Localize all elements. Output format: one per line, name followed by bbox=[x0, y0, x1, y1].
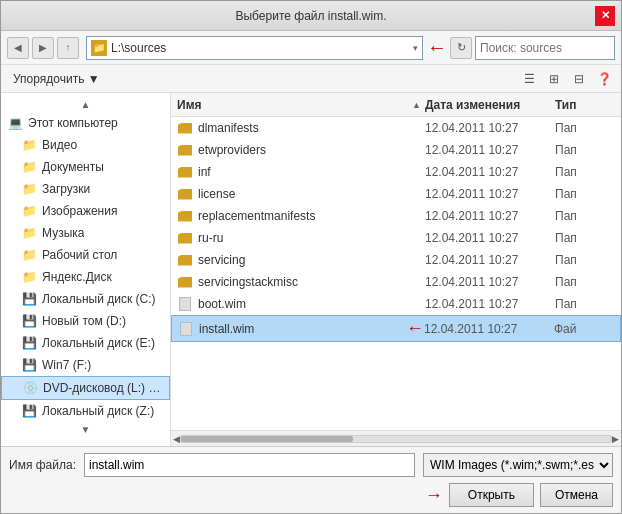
file-type: Пап bbox=[555, 187, 615, 201]
filename-input[interactable] bbox=[84, 453, 415, 477]
filename-label: Имя файла: bbox=[9, 458, 76, 472]
install-wim-arrow-indicator: ← bbox=[406, 318, 424, 339]
sidebar-scroll-up[interactable]: ▲ bbox=[1, 97, 170, 112]
drive-icon-f: 💾 bbox=[21, 357, 37, 373]
sidebar-item-downloads[interactable]: 📁 Загрузки bbox=[1, 178, 170, 200]
file-type: Пап bbox=[555, 275, 615, 289]
file-date: 12.04.2011 10:27 bbox=[424, 322, 554, 336]
file-type: Пап bbox=[555, 297, 615, 311]
search-box[interactable]: 🔍 bbox=[475, 36, 615, 60]
view-icons: ☰ ⊞ ⊟ ❓ bbox=[518, 68, 615, 90]
table-row[interactable]: servicingstackmisc 12.04.2011 10:27 Пап bbox=[171, 271, 621, 293]
file-name: etwproviders bbox=[198, 143, 425, 157]
folder-icon-desktop: 📁 bbox=[21, 247, 37, 263]
main-content: ▲ 💻 Этот компьютер 📁 Видео 📁 Документы 📁… bbox=[1, 93, 621, 446]
file-date: 12.04.2011 10:27 bbox=[425, 275, 555, 289]
address-dropdown-arrow[interactable]: ▾ bbox=[413, 43, 418, 53]
file-name: dlmanifests bbox=[198, 121, 425, 135]
refresh-button[interactable]: ↻ bbox=[450, 37, 472, 59]
folder-icon bbox=[177, 164, 193, 180]
forward-button[interactable]: ▶ bbox=[32, 37, 54, 59]
file-date: 12.04.2011 10:27 bbox=[425, 297, 555, 311]
close-button[interactable]: ✕ bbox=[595, 6, 615, 26]
back-button[interactable]: ◀ bbox=[7, 37, 29, 59]
sidebar-label-yandex: Яндекс.Диск bbox=[42, 270, 112, 284]
horizontal-scrollbar[interactable]: ◀ ▶ bbox=[171, 430, 621, 446]
sidebar-item-images[interactable]: 📁 Изображения bbox=[1, 200, 170, 222]
view-details-button[interactable]: ☰ bbox=[518, 68, 540, 90]
folder-icon-documents: 📁 bbox=[21, 159, 37, 175]
drive-icon-e: 💾 bbox=[21, 335, 37, 351]
table-row[interactable]: inf 12.04.2011 10:27 Пап bbox=[171, 161, 621, 183]
folder-icon-music: 📁 bbox=[21, 225, 37, 241]
table-row[interactable]: etwproviders 12.04.2011 10:27 Пап bbox=[171, 139, 621, 161]
table-row[interactable]: replacementmanifests 12.04.2011 10:27 Па… bbox=[171, 205, 621, 227]
drive-icon-d: 💾 bbox=[21, 313, 37, 329]
sidebar-label-local-z: Локальный диск (Z:) bbox=[42, 404, 154, 418]
scroll-right-btn[interactable]: ▶ bbox=[612, 434, 619, 444]
open-button[interactable]: Открыть bbox=[449, 483, 534, 507]
sidebar-item-desktop[interactable]: 📁 Рабочий стол bbox=[1, 244, 170, 266]
table-row[interactable]: license 12.04.2011 10:27 Пап bbox=[171, 183, 621, 205]
file-type: Пап bbox=[555, 165, 615, 179]
file-date: 12.04.2011 10:27 bbox=[425, 165, 555, 179]
sidebar-item-video[interactable]: 📁 Видео bbox=[1, 134, 170, 156]
sidebar-item-music[interactable]: 📁 Музыка bbox=[1, 222, 170, 244]
sidebar-item-yandex[interactable]: 📁 Яндекс.Диск bbox=[1, 266, 170, 288]
sidebar-label-local-c: Локальный диск (C:) bbox=[42, 292, 156, 306]
filename-row: Имя файла: WIM Images (*.wim;*.swm;*.es … bbox=[9, 453, 613, 477]
file-type: Пап bbox=[555, 231, 615, 245]
scroll-left-btn[interactable]: ◀ bbox=[173, 434, 180, 444]
view-list-button[interactable]: ⊟ bbox=[568, 68, 590, 90]
sidebar-item-local-e[interactable]: 💾 Локальный диск (E:) bbox=[1, 332, 170, 354]
file-type: Пап bbox=[555, 253, 615, 267]
secondary-toolbar: Упорядочить ▼ ☰ ⊞ ⊟ ❓ bbox=[1, 65, 621, 93]
sidebar-item-documents[interactable]: 📁 Документы bbox=[1, 156, 170, 178]
table-row[interactable]: servicing 12.04.2011 10:27 Пап bbox=[171, 249, 621, 271]
sidebar-item-local-z[interactable]: 💾 Локальный диск (Z:) bbox=[1, 400, 170, 422]
dialog-title: Выберите файл install.wim. bbox=[27, 9, 595, 23]
table-row[interactable]: dlmanifests 12.04.2011 10:27 Пап bbox=[171, 117, 621, 139]
sidebar-label-dvd-l: DVD-дисковод (L:) GS bbox=[43, 381, 163, 395]
filetype-select[interactable]: WIM Images (*.wim;*.swm;*.es All Files (… bbox=[423, 453, 613, 477]
file-date: 12.04.2011 10:27 bbox=[425, 187, 555, 201]
col-type-header[interactable]: Тип bbox=[555, 98, 615, 112]
address-input[interactable] bbox=[111, 41, 409, 55]
table-row[interactable]: install.wim ← 12.04.2011 10:27 Фай bbox=[171, 315, 621, 342]
file-icon-wim bbox=[177, 296, 193, 312]
col-name-header[interactable]: Имя bbox=[177, 98, 412, 112]
sort-button[interactable]: Упорядочить ▼ bbox=[7, 70, 106, 88]
sidebar-label-downloads: Загрузки bbox=[42, 182, 90, 196]
drive-icon-c: 💾 bbox=[21, 291, 37, 307]
up-button[interactable]: ↑ bbox=[57, 37, 79, 59]
view-tiles-button[interactable]: ⊞ bbox=[543, 68, 565, 90]
computer-icon: 💻 bbox=[7, 115, 23, 131]
file-header: Имя ▲ Дата изменения Тип bbox=[171, 93, 621, 117]
col-date-header[interactable]: Дата изменения bbox=[425, 98, 555, 112]
scroll-thumb[interactable] bbox=[181, 436, 353, 442]
folder-icon bbox=[177, 186, 193, 202]
nav-toolbar: ◀ ▶ ↑ 📁 ▾ ← ↻ 🔍 bbox=[1, 31, 621, 65]
sidebar-item-this-computer[interactable]: 💻 Этот компьютер bbox=[1, 112, 170, 134]
file-name: inf bbox=[198, 165, 425, 179]
sidebar-label-music: Музыка bbox=[42, 226, 84, 240]
sidebar-label-video: Видео bbox=[42, 138, 77, 152]
sidebar-item-new-d[interactable]: 💾 Новый том (D:) bbox=[1, 310, 170, 332]
search-input[interactable] bbox=[480, 41, 622, 55]
sidebar-item-win7-f[interactable]: 💾 Win7 (F:) bbox=[1, 354, 170, 376]
file-name-install-wim: install.wim bbox=[199, 322, 404, 336]
sidebar-item-dvd-l[interactable]: 💿 DVD-дисковод (L:) GS bbox=[1, 376, 170, 400]
sidebar-scroll-down[interactable]: ▼ bbox=[1, 422, 170, 437]
table-row[interactable]: boot.wim 12.04.2011 10:27 Пап bbox=[171, 293, 621, 315]
help-button[interactable]: ❓ bbox=[593, 68, 615, 90]
cancel-button[interactable]: Отмена bbox=[540, 483, 613, 507]
file-name: replacementmanifests bbox=[198, 209, 425, 223]
sidebar-item-local-c[interactable]: 💾 Локальный диск (C:) bbox=[1, 288, 170, 310]
file-date: 12.04.2011 10:27 bbox=[425, 121, 555, 135]
table-row[interactable]: ru-ru 12.04.2011 10:27 Пап bbox=[171, 227, 621, 249]
file-icon-install-wim bbox=[178, 321, 194, 337]
folder-icon bbox=[177, 230, 193, 246]
file-panel: Имя ▲ Дата изменения Тип dlmanifests 12.… bbox=[171, 93, 621, 446]
sidebar-label-documents: Документы bbox=[42, 160, 104, 174]
address-bar[interactable]: 📁 ▾ bbox=[86, 36, 423, 60]
